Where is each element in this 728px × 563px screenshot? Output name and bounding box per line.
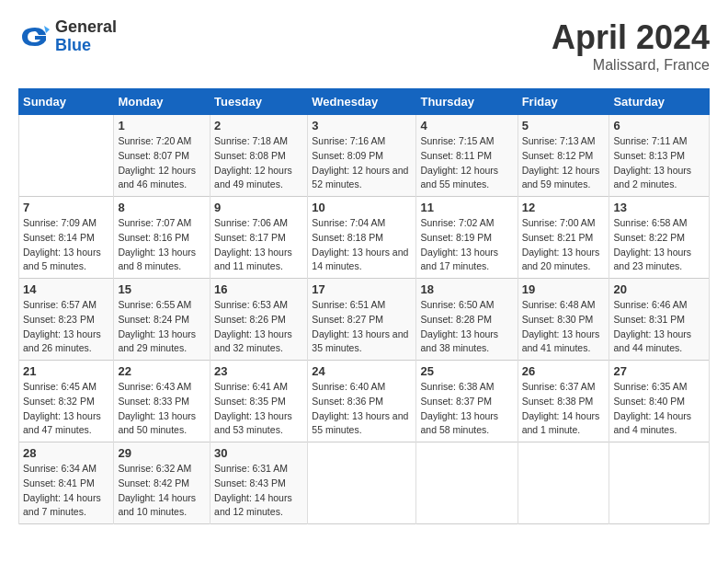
daylight-label: Daylight: 13 hours and 14 minutes.: [312, 247, 408, 272]
day-info: Sunrise: 6:40 AM Sunset: 8:36 PM Dayligh…: [312, 380, 412, 438]
sunrise-label: Sunrise: 7:20 AM: [118, 135, 191, 146]
day-info: Sunrise: 7:04 AM Sunset: 8:18 PM Dayligh…: [312, 216, 412, 274]
calendar-cell: [19, 115, 114, 197]
day-number: 17: [312, 282, 412, 296]
column-header-wednesday: Wednesday: [308, 89, 416, 115]
sunset-label: Sunset: 8:22 PM: [613, 232, 685, 243]
day-number: 5: [522, 119, 606, 132]
sunset-label: Sunset: 8:14 PM: [23, 232, 95, 243]
sunset-label: Sunset: 8:35 PM: [214, 396, 286, 407]
sunset-label: Sunset: 8:18 PM: [312, 232, 383, 243]
sunrise-label: Sunrise: 6:46 AM: [613, 299, 687, 310]
sunset-label: Sunset: 8:19 PM: [420, 232, 492, 243]
calendar-cell: 8 Sunrise: 7:07 AM Sunset: 8:16 PM Dayli…: [114, 197, 210, 279]
calendar-cell: 16 Sunrise: 6:53 AM Sunset: 8:26 PM Dayl…: [210, 279, 308, 361]
day-number: 21: [23, 364, 109, 378]
day-number: 24: [312, 364, 412, 378]
day-number: 4: [420, 119, 513, 132]
sunset-label: Sunset: 8:37 PM: [420, 396, 492, 407]
sunrise-label: Sunrise: 7:16 AM: [312, 135, 385, 146]
day-info: Sunrise: 7:15 AM Sunset: 8:11 PM Dayligh…: [420, 134, 513, 192]
sunrise-label: Sunrise: 6:35 AM: [613, 381, 687, 392]
daylight-label: Daylight: 13 hours and 26 minutes.: [23, 328, 101, 354]
sunrise-label: Sunrise: 6:32 AM: [118, 463, 191, 474]
sunrise-label: Sunrise: 6:50 AM: [420, 299, 494, 310]
sunrise-label: Sunrise: 6:43 AM: [118, 381, 191, 392]
day-number: 30: [214, 446, 303, 460]
daylight-label: Daylight: 14 hours and 4 minutes.: [613, 410, 691, 436]
month-title: April 2024: [552, 18, 710, 57]
calendar-week-row: 28 Sunrise: 6:34 AM Sunset: 8:41 PM Dayl…: [19, 442, 710, 524]
day-info: Sunrise: 6:32 AM Sunset: 8:42 PM Dayligh…: [118, 462, 206, 520]
calendar-cell: 25 Sunrise: 6:38 AM Sunset: 8:37 PM Dayl…: [416, 361, 518, 442]
sunset-label: Sunset: 8:07 PM: [118, 150, 189, 161]
day-number: 28: [23, 446, 109, 460]
daylight-label: Daylight: 13 hours and 58 minutes.: [420, 410, 498, 436]
sunrise-label: Sunrise: 7:07 AM: [118, 217, 191, 228]
sunrise-label: Sunrise: 6:41 AM: [214, 381, 288, 392]
calendar-cell: 19 Sunrise: 6:48 AM Sunset: 8:30 PM Dayl…: [518, 279, 609, 361]
sunset-label: Sunset: 8:41 PM: [23, 477, 95, 488]
daylight-label: Daylight: 13 hours and 50 minutes.: [118, 410, 196, 436]
daylight-label: Daylight: 12 hours and 59 minutes.: [522, 165, 600, 190]
calendar-cell: 17 Sunrise: 6:51 AM Sunset: 8:27 PM Dayl…: [308, 279, 416, 361]
location: Malissard, France: [552, 57, 710, 74]
sunset-label: Sunset: 8:11 PM: [420, 150, 492, 161]
sunrise-label: Sunrise: 6:53 AM: [214, 299, 288, 310]
calendar-cell: 30 Sunrise: 6:31 AM Sunset: 8:43 PM Dayl…: [210, 442, 308, 524]
sunset-label: Sunset: 8:42 PM: [118, 477, 189, 488]
day-number: 12: [522, 201, 606, 214]
day-number: 13: [613, 201, 705, 214]
calendar-cell: 23 Sunrise: 6:41 AM Sunset: 8:35 PM Dayl…: [210, 361, 308, 442]
day-info: Sunrise: 7:00 AM Sunset: 8:21 PM Dayligh…: [522, 216, 606, 274]
calendar-cell: [609, 442, 710, 524]
daylight-label: Daylight: 13 hours and 29 minutes.: [118, 328, 196, 354]
calendar-cell: 9 Sunrise: 7:06 AM Sunset: 8:17 PM Dayli…: [210, 197, 308, 279]
sunrise-label: Sunrise: 6:34 AM: [23, 463, 97, 474]
day-info: Sunrise: 6:38 AM Sunset: 8:37 PM Dayligh…: [420, 380, 513, 438]
sunrise-label: Sunrise: 7:11 AM: [613, 135, 687, 146]
day-info: Sunrise: 6:45 AM Sunset: 8:32 PM Dayligh…: [23, 380, 109, 438]
day-number: 15: [118, 282, 206, 296]
calendar-cell: 2 Sunrise: 7:18 AM Sunset: 8:08 PM Dayli…: [210, 115, 308, 197]
sunrise-label: Sunrise: 6:57 AM: [23, 299, 97, 310]
calendar-header: SundayMondayTuesdayWednesdayThursdayFrid…: [19, 89, 710, 115]
calendar-cell: 18 Sunrise: 6:50 AM Sunset: 8:28 PM Dayl…: [416, 279, 518, 361]
calendar-week-row: 1 Sunrise: 7:20 AM Sunset: 8:07 PM Dayli…: [19, 115, 710, 197]
calendar-week-row: 14 Sunrise: 6:57 AM Sunset: 8:23 PM Dayl…: [19, 279, 710, 361]
daylight-label: Daylight: 14 hours and 1 minute.: [522, 410, 600, 436]
day-info: Sunrise: 7:13 AM Sunset: 8:12 PM Dayligh…: [522, 134, 606, 192]
sunset-label: Sunset: 8:17 PM: [214, 232, 286, 243]
day-info: Sunrise: 6:46 AM Sunset: 8:31 PM Dayligh…: [613, 298, 705, 356]
day-info: Sunrise: 7:07 AM Sunset: 8:16 PM Dayligh…: [118, 216, 206, 274]
sunset-label: Sunset: 8:36 PM: [312, 396, 383, 407]
sunset-label: Sunset: 8:08 PM: [214, 150, 286, 161]
logo-icon: [18, 20, 51, 53]
sunset-label: Sunset: 8:26 PM: [214, 314, 286, 325]
calendar-cell: 29 Sunrise: 6:32 AM Sunset: 8:42 PM Dayl…: [114, 442, 210, 524]
logo: General Blue: [18, 18, 117, 55]
sunrise-label: Sunrise: 7:04 AM: [312, 217, 385, 228]
calendar-cell: [308, 442, 416, 524]
sunset-label: Sunset: 8:16 PM: [118, 232, 189, 243]
day-info: Sunrise: 6:58 AM Sunset: 8:22 PM Dayligh…: [613, 216, 705, 274]
calendar-cell: 13 Sunrise: 6:58 AM Sunset: 8:22 PM Dayl…: [609, 197, 710, 279]
sunrise-label: Sunrise: 6:48 AM: [522, 299, 596, 310]
daylight-label: Daylight: 14 hours and 10 minutes.: [118, 492, 196, 518]
calendar-cell: 15 Sunrise: 6:55 AM Sunset: 8:24 PM Dayl…: [114, 279, 210, 361]
column-header-monday: Monday: [114, 89, 210, 115]
day-info: Sunrise: 6:35 AM Sunset: 8:40 PM Dayligh…: [613, 380, 705, 438]
sunset-label: Sunset: 8:40 PM: [613, 396, 685, 407]
day-number: 20: [613, 282, 705, 296]
daylight-label: Daylight: 13 hours and 44 minutes.: [613, 328, 691, 354]
column-header-friday: Friday: [518, 89, 609, 115]
daylight-label: Daylight: 13 hours and 47 minutes.: [23, 410, 101, 436]
day-info: Sunrise: 6:34 AM Sunset: 8:41 PM Dayligh…: [23, 462, 109, 520]
day-info: Sunrise: 7:06 AM Sunset: 8:17 PM Dayligh…: [214, 216, 303, 274]
daylight-label: Daylight: 13 hours and 17 minutes.: [420, 247, 498, 272]
sunrise-label: Sunrise: 7:18 AM: [214, 135, 288, 146]
page-header: General Blue April 2024 Malissard, Franc…: [18, 18, 710, 74]
calendar-week-row: 7 Sunrise: 7:09 AM Sunset: 8:14 PM Dayli…: [19, 197, 710, 279]
sunrise-label: Sunrise: 7:13 AM: [522, 135, 596, 146]
sunset-label: Sunset: 8:43 PM: [214, 477, 286, 488]
